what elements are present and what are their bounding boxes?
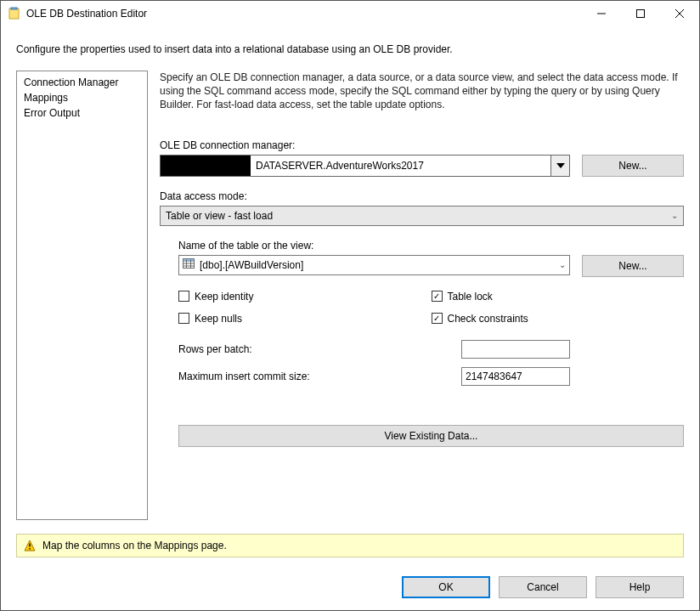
new-table-button[interactable]: New... — [582, 255, 684, 277]
keep-identity-checkbox[interactable] — [178, 291, 189, 302]
table-label: Name of the table or the view: — [178, 240, 684, 252]
ok-button[interactable]: OK — [402, 576, 490, 598]
table-value: [dbo].[AWBuildVersion] — [200, 259, 303, 271]
new-connection-button[interactable]: New... — [582, 155, 684, 177]
table-dropdown[interactable]: [dbo].[AWBuildVersion] ⌄ — [178, 255, 570, 275]
connection-label: OLE DB connection manager: — [160, 139, 684, 151]
maximize-button[interactable] — [621, 1, 660, 26]
rows-per-batch-label: Rows per batch: — [178, 343, 461, 355]
rows-per-batch-input[interactable] — [461, 340, 570, 359]
window-title: OLE DB Destination Editor — [26, 8, 582, 20]
svg-rect-0 — [9, 8, 19, 19]
titlebar: OLE DB Destination Editor — [1, 1, 699, 26]
check-constraints-label: Check constraints — [448, 313, 528, 325]
table-lock-checkbox[interactable]: ✓ — [432, 291, 443, 302]
cancel-button[interactable]: Cancel — [499, 576, 587, 598]
redacted-block — [161, 156, 251, 176]
check-constraints-checkbox[interactable]: ✓ — [432, 313, 443, 324]
keep-nulls-label: Keep nulls — [195, 313, 242, 325]
window-controls — [582, 1, 699, 26]
svg-rect-1 — [11, 8, 17, 9]
close-button[interactable] — [660, 1, 699, 26]
table-lock-label: Table lock — [448, 291, 493, 303]
svg-rect-16 — [29, 548, 30, 550]
content-description: Specify an OLE DB connection manager, a … — [160, 71, 684, 112]
svg-rect-13 — [183, 259, 195, 262]
svg-marker-6 — [556, 163, 565, 168]
connection-dropdown[interactable]: DATASERVER.AdventureWorks2017 — [160, 155, 570, 177]
svg-rect-15 — [29, 544, 30, 547]
chevron-down-icon: ⌄ — [559, 260, 566, 269]
commit-size-label: Maximum insert commit size: — [178, 371, 461, 382]
mode-dropdown[interactable]: Table or view - fast load ⌄ — [160, 206, 684, 226]
mode-value: Table or view - fast load — [166, 210, 273, 222]
commit-size-input[interactable]: 2147483647 — [461, 367, 570, 386]
footer: OK Cancel Help — [1, 576, 699, 610]
sidebar-item-connection-manager[interactable]: Connection Manager — [17, 75, 147, 90]
chevron-down-icon[interactable] — [550, 156, 569, 176]
minimize-button[interactable] — [582, 1, 621, 26]
warning-icon — [24, 540, 36, 552]
sidebar-item-mappings[interactable]: Mappings — [17, 90, 147, 105]
view-existing-data-button[interactable]: View Existing Data... — [178, 425, 684, 447]
table-icon — [183, 258, 195, 271]
sidebar: Connection Manager Mappings Error Output — [16, 71, 148, 520]
app-icon — [8, 7, 21, 20]
svg-rect-3 — [637, 10, 645, 18]
content-pane: Specify an OLE DB connection manager, a … — [160, 71, 684, 520]
keep-nulls-checkbox[interactable] — [178, 313, 189, 324]
connection-value: DATASERVER.AdventureWorks2017 — [251, 156, 550, 176]
chevron-down-icon: ⌄ — [671, 211, 678, 220]
sidebar-item-error-output[interactable]: Error Output — [17, 105, 147, 121]
keep-identity-label: Keep identity — [195, 291, 253, 303]
warning-text: Map the columns on the Mappings page. — [42, 540, 227, 552]
help-button[interactable]: Help — [596, 576, 684, 598]
page-description: Configure the properties used to insert … — [1, 26, 699, 55]
mode-label: Data access mode: — [160, 190, 684, 202]
warning-bar: Map the columns on the Mappings page. — [16, 534, 684, 557]
